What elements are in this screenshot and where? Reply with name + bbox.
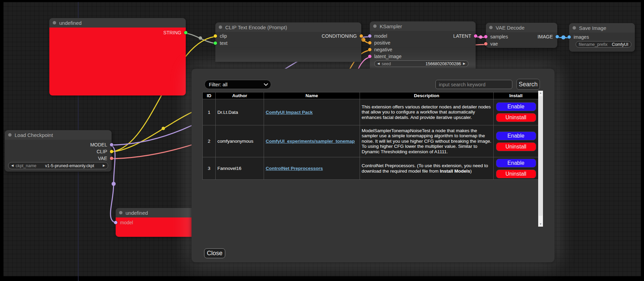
ckpt-name-widget[interactable]: ◀ ckpt_name v1-5-pruned-emaonly.ckpt ▶ <box>8 162 108 169</box>
node-save-image[interactable]: Save Image images filename_prefix ComfyU… <box>569 23 635 52</box>
node-dot-icon <box>573 26 576 30</box>
vae-output-port[interactable] <box>110 157 113 160</box>
node-body: images filename_prefix ComfyUI <box>569 33 635 52</box>
output-label: VAE <box>98 156 107 161</box>
node-body: model <box>116 217 203 237</box>
col-header-id: ID <box>203 92 216 99</box>
table-row: 1 Dr.Lt.Data ComfyUI Impact Pack This ex… <box>203 99 539 125</box>
ext-description: This extension offers various detector n… <box>360 99 494 125</box>
close-button[interactable]: Close <box>204 248 225 258</box>
node-title: Load Checkpoint <box>15 132 53 138</box>
node-clip-text-encode[interactable]: CLIP Text Encode (Prompt) clip text COND… <box>215 22 361 62</box>
scrollbar-thumb[interactable] <box>539 96 543 216</box>
ext-name-link[interactable]: ComfyUI Impact Pack <box>266 110 313 115</box>
enable-button[interactable]: Enable <box>496 131 536 140</box>
clip-input-port[interactable] <box>214 34 217 38</box>
ext-id: 3 <box>203 157 216 180</box>
node-body: samples vae IMAGE <box>486 32 557 48</box>
conditioning-output-port[interactable] <box>360 34 363 38</box>
negative-input-port[interactable] <box>368 48 371 51</box>
filename-prefix-label: filename_prefix <box>579 42 608 47</box>
node-ksampler[interactable]: KSampler model positive negative latent_… <box>370 21 476 69</box>
output-label: CONDITIONING <box>322 33 357 39</box>
vae-input-port[interactable] <box>484 42 488 46</box>
node-vae-decode[interactable]: VAE Decode samples vae IMAGE <box>486 23 557 48</box>
output-label: MODEL <box>90 142 107 147</box>
uninstall-button[interactable]: Uninstall <box>496 142 536 151</box>
extension-manager-dialog: Filter: all Search ID Author Name Descri… <box>192 69 555 262</box>
col-header-install: Install <box>494 92 539 99</box>
text-input-port[interactable] <box>214 41 217 45</box>
uninstall-button[interactable]: Uninstall <box>496 170 536 178</box>
node-title: CLIP Text Encode (Prompt) <box>225 24 287 30</box>
ext-description: ModelSamplerTonemapNoiseTest a node that… <box>360 125 494 157</box>
ext-id: 2 <box>203 125 216 157</box>
extension-table: ID Author Name Description Install 1 Dr.… <box>202 92 539 180</box>
ext-author: Dr.Lt.Data <box>216 99 264 125</box>
scrollbar[interactable]: ▲ ▼ <box>538 91 543 227</box>
search-input[interactable] <box>435 80 512 89</box>
node-dot-icon <box>489 26 493 29</box>
output-label: LATENT <box>453 33 471 39</box>
arrow-left-icon[interactable]: ◀ <box>377 62 380 65</box>
node-dot-icon <box>8 133 12 137</box>
node-body: clip text CONDITIONING <box>215 32 361 62</box>
input-label: text <box>220 40 228 46</box>
node-title: KSampler <box>380 23 402 29</box>
input-label: clip <box>220 33 227 39</box>
table-header-row: ID Author Name Description Install <box>203 92 539 99</box>
seed-widget[interactable]: ◀ seed 156680208700286 ▶ <box>374 60 468 67</box>
output-label: IMAGE <box>538 34 553 39</box>
filename-prefix-widget[interactable]: filename_prefix ComfyUI <box>576 41 631 48</box>
node-title: undefined <box>59 20 82 26</box>
node-body: STRING <box>49 28 186 95</box>
scroll-down-icon[interactable]: ▼ <box>538 222 543 227</box>
filter-select[interactable]: Filter: all <box>204 80 271 89</box>
scroll-up-icon[interactable]: ▲ <box>538 91 543 95</box>
input-label: samples <box>490 34 508 39</box>
latent-image-input-port[interactable] <box>368 55 371 58</box>
input-label: latent_image <box>374 54 401 59</box>
string-output-port[interactable] <box>184 31 187 34</box>
model-input-port[interactable] <box>368 34 371 38</box>
filename-prefix-value: ComfyUI <box>612 42 628 47</box>
seed-widget-value: 156680208700286 <box>426 62 461 66</box>
node-title: Save Image <box>579 25 606 31</box>
node-dot-icon <box>119 211 122 214</box>
uninstall-button[interactable]: Uninstall <box>496 113 536 122</box>
ext-name-link[interactable]: ComfyUI_experiments/sampler_tonemap <box>266 139 355 144</box>
ext-id: 1 <box>203 99 216 125</box>
node-dot-icon <box>53 21 56 24</box>
ckpt-name-label: ckpt_name <box>16 163 36 168</box>
arrow-right-icon[interactable]: ▶ <box>103 164 105 167</box>
enable-button[interactable]: Enable <box>496 159 536 168</box>
chevron-down-icon <box>264 82 268 86</box>
filter-select-value: Filter: all <box>209 82 228 87</box>
node-title-bar: Save Image <box>569 23 635 33</box>
col-header-description: Description <box>360 92 494 99</box>
latent-output-port[interactable] <box>474 34 477 38</box>
node-load-checkpoint[interactable]: Load Checkpoint MODEL CLIP VAE ◀ ckpt_na… <box>5 130 112 172</box>
input-label: positive <box>374 40 390 46</box>
model-output-port[interactable] <box>110 143 113 146</box>
samples-input-port[interactable] <box>484 35 488 38</box>
node-title-bar: Load Checkpoint <box>5 130 112 140</box>
node-title-bar: undefined <box>49 18 186 28</box>
extension-list-area: ID Author Name Description Install 1 Dr.… <box>202 91 543 227</box>
ckpt-name-value: v1-5-pruned-emaonly.ckpt <box>45 163 94 168</box>
model-input-port[interactable] <box>114 221 117 224</box>
input-label: images <box>574 34 589 40</box>
arrow-left-icon[interactable]: ◀ <box>11 164 14 167</box>
clip-output-port[interactable] <box>110 150 113 153</box>
node-undefined-bottom[interactable]: undefined model <box>116 208 203 237</box>
input-label: model <box>374 33 387 39</box>
images-input-port[interactable] <box>567 35 571 39</box>
node-undefined-top[interactable]: undefined STRING <box>49 18 186 95</box>
search-button[interactable]: Search <box>516 79 540 90</box>
node-title-bar: KSampler <box>370 21 476 31</box>
enable-button[interactable]: Enable <box>496 102 536 111</box>
ext-name-link[interactable]: ControlNet Preprocessors <box>266 166 323 171</box>
arrow-right-icon[interactable]: ▶ <box>463 62 465 65</box>
positive-input-port[interactable] <box>368 41 371 45</box>
image-output-port[interactable] <box>556 35 559 38</box>
